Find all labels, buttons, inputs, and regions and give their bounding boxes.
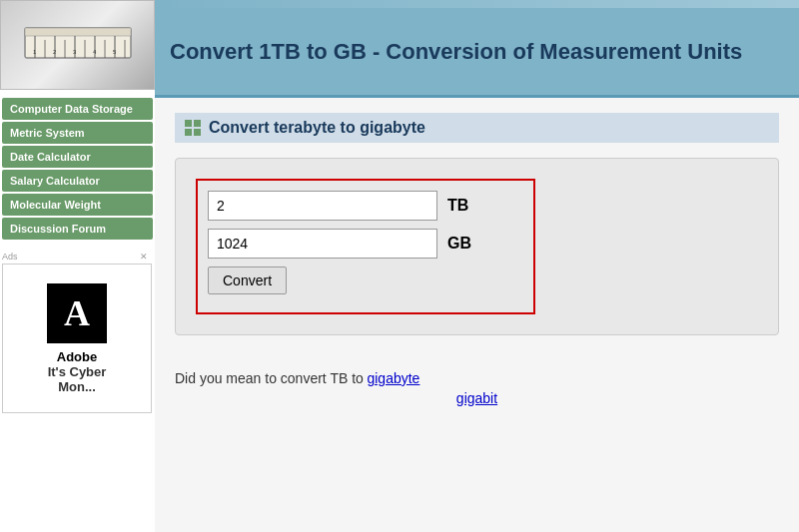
ad-tagline: It's Cyber xyxy=(48,364,107,379)
sidebar-nav: Computer Data Storage Metric System Date… xyxy=(0,98,155,240)
page-content: Convert terabyte to gigabyte TB GB Conve… xyxy=(155,98,799,532)
sidebar-item-discussion-forum[interactable]: Discussion Forum xyxy=(2,218,153,240)
did-you-mean-link-gigabit[interactable]: gigabit xyxy=(456,390,497,406)
ad-content[interactable]: A Adobe It's Cyber Mon... xyxy=(2,264,152,413)
svg-rect-1 xyxy=(25,28,131,36)
gb-label: GB xyxy=(447,235,477,253)
adobe-logo: A xyxy=(47,283,107,343)
sidebar-item-date-calculator[interactable]: Date Calculator xyxy=(2,146,153,168)
tb-input[interactable] xyxy=(208,191,437,221)
top-accent-bar xyxy=(155,0,799,8)
ad-label-text: Ads xyxy=(2,252,18,262)
tb-label: TB xyxy=(447,197,477,215)
sidebar-item-salary-calculator[interactable]: Salary Calculator xyxy=(2,170,153,192)
section-title: Convert terabyte to gigabyte xyxy=(209,119,425,137)
sidebar-item-molecular-weight[interactable]: Molecular Weight xyxy=(2,194,153,216)
sidebar-ad: Ads ✕ A Adobe It's Cyber Mon... xyxy=(0,250,150,415)
adobe-a-letter: A xyxy=(64,292,90,334)
gb-input[interactable] xyxy=(208,229,437,259)
conversion-box: TB GB Convert xyxy=(175,158,779,335)
icon-square-br xyxy=(194,129,201,136)
did-you-mean-links-group: gigabit xyxy=(175,390,779,406)
page-header: Convert 1TB to GB - Conversion of Measur… xyxy=(155,8,799,98)
section-title-bar: Convert terabyte to gigabyte xyxy=(175,113,779,143)
convert-button[interactable]: Convert xyxy=(208,266,287,294)
icon-square-bl xyxy=(185,129,192,136)
section-icon xyxy=(185,120,201,136)
did-you-mean-section: Did you mean to convert TB to gigabyte g… xyxy=(175,360,779,416)
conversion-inputs-container: TB GB Convert xyxy=(196,179,535,314)
main-content: Convert 1TB to GB - Conversion of Measur… xyxy=(155,0,799,532)
ad-close-icon[interactable]: ✕ xyxy=(140,252,148,262)
page-title: Convert 1TB to GB - Conversion of Measur… xyxy=(170,39,742,65)
ad-tagline2: Mon... xyxy=(58,379,96,394)
adobe-brand-name: Adobe xyxy=(57,349,97,364)
sidebar: 1 2 3 4 5 Computer Data Storage Metric S… xyxy=(0,0,155,532)
sidebar-item-metric-system[interactable]: Metric System xyxy=(2,122,153,144)
icon-square-tl xyxy=(185,120,192,127)
did-you-mean-link-gigabyte[interactable]: gigabyte xyxy=(367,370,419,386)
sidebar-item-computer-data-storage[interactable]: Computer Data Storage xyxy=(2,98,153,120)
tb-row: TB xyxy=(208,191,523,221)
did-you-mean-text: Did you mean to convert TB to xyxy=(175,370,364,386)
site-logo: 1 2 3 4 5 xyxy=(0,0,155,90)
icon-square-tr xyxy=(194,120,201,127)
gb-row: GB xyxy=(208,229,523,259)
convert-row: Convert xyxy=(208,266,523,294)
